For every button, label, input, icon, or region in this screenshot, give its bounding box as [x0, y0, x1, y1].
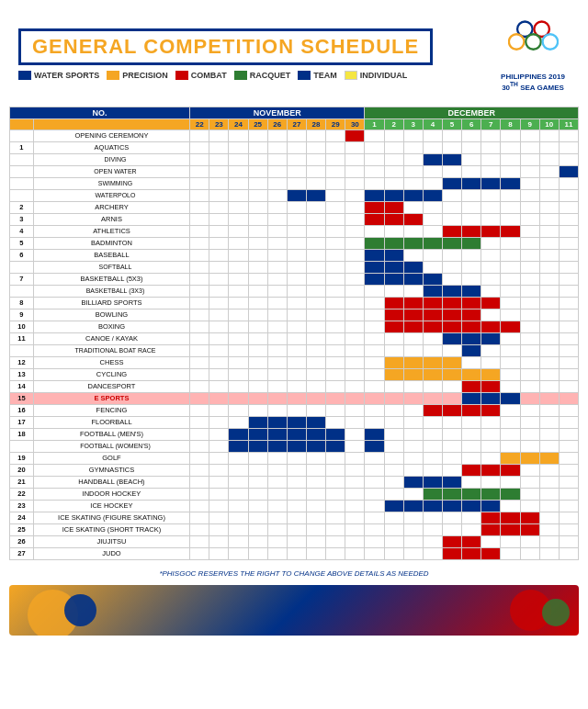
schedule-cell — [539, 177, 559, 189]
schedule-cell — [229, 249, 248, 261]
schedule-cell — [287, 309, 306, 321]
schedule-cell — [462, 332, 481, 344]
schedule-cell — [306, 380, 325, 392]
schedule-cell — [326, 416, 345, 428]
schedule-cell — [306, 488, 325, 500]
schedule-cell — [365, 297, 384, 309]
schedule-cell — [559, 464, 578, 476]
sport-name: ICE HOCKEY — [33, 500, 189, 512]
schedule-cell — [559, 177, 578, 189]
schedule-cell — [520, 416, 539, 428]
schedule-cell — [520, 332, 539, 344]
schedule-cell — [326, 309, 345, 321]
schedule-cell — [384, 464, 403, 476]
schedule-cell — [403, 285, 423, 297]
schedule-cell — [267, 428, 287, 440]
table-row: 22INDOOR HOCKEY — [10, 488, 579, 500]
table-row: TRADITIONAL BOAT RACE — [10, 344, 579, 356]
schedule-cell — [365, 535, 384, 547]
schedule-cell — [423, 356, 442, 368]
schedule-cell — [384, 512, 403, 523]
table-row: 14DANCESPORT — [10, 380, 579, 392]
schedule-cell — [248, 356, 267, 368]
schedule-cell — [501, 237, 520, 249]
schedule-cell — [423, 237, 442, 249]
schedule-cell — [501, 344, 520, 356]
schedule-cell — [209, 201, 229, 213]
schedule-cell — [248, 321, 267, 332]
schedule-cell — [520, 368, 539, 380]
schedule-cell — [559, 500, 578, 512]
schedule-cell — [365, 428, 384, 440]
schedule-cell — [559, 321, 578, 332]
schedule-cell — [559, 297, 578, 309]
schedule-cell — [229, 547, 248, 559]
schedule-cell — [462, 141, 481, 153]
schedule-cell — [209, 189, 229, 201]
schedule-cell — [248, 535, 267, 547]
schedule-cell — [384, 297, 403, 309]
schedule-cell — [403, 404, 423, 416]
schedule-cell — [326, 344, 345, 356]
schedule-cell — [326, 440, 345, 452]
schedule-cell — [501, 261, 520, 273]
schedule-cell — [326, 356, 345, 368]
schedule-cell — [248, 452, 267, 464]
schedule-cell — [520, 488, 539, 500]
schedule-cell — [365, 261, 384, 273]
schedule-cell — [229, 201, 248, 213]
schedule-cell — [209, 404, 229, 416]
schedule-cell — [384, 201, 403, 213]
schedule-cell — [190, 249, 209, 261]
schedule-cell — [520, 356, 539, 368]
schedule-cell — [539, 488, 559, 500]
schedule-cell — [209, 428, 229, 440]
schedule-cell — [481, 309, 501, 321]
schedule-cell — [229, 165, 248, 177]
day-header-blank-sport — [33, 118, 189, 129]
table-row: DIVING — [10, 153, 579, 165]
schedule-cell — [365, 344, 384, 356]
schedule-cell — [501, 440, 520, 452]
no-header: NO. — [10, 107, 190, 118]
schedule-cell — [287, 177, 306, 189]
schedule-cell — [287, 535, 306, 547]
schedule-cell — [442, 213, 461, 225]
schedule-cell — [403, 189, 423, 201]
schedule-cell — [365, 237, 384, 249]
schedule-cell — [248, 547, 267, 559]
schedule-cell — [423, 309, 442, 321]
schedule-cell — [442, 440, 461, 452]
schedule-cell — [248, 440, 267, 452]
schedule-cell — [287, 237, 306, 249]
schedule-cell — [481, 237, 501, 249]
schedule-cell — [345, 547, 365, 559]
schedule-cell — [365, 273, 384, 285]
schedule-cell — [559, 523, 578, 535]
schedule-cell — [345, 165, 365, 177]
schedule-cell — [209, 523, 229, 535]
schedule-cell — [462, 404, 481, 416]
schedule-cell — [520, 464, 539, 476]
table-row: 8BILLIARD SPORTS — [10, 297, 579, 309]
schedule-cell — [190, 129, 209, 141]
schedule-cell — [520, 344, 539, 356]
schedule-cell — [403, 512, 423, 523]
schedule-cell — [442, 153, 461, 165]
schedule-cell — [442, 547, 461, 559]
schedule-cell — [481, 404, 501, 416]
sport-number — [10, 261, 34, 273]
schedule-cell — [267, 153, 287, 165]
schedule-cell — [267, 321, 287, 332]
sport-number: 6 — [10, 249, 34, 261]
schedule-cell — [267, 165, 287, 177]
schedule-cell — [520, 440, 539, 452]
schedule-cell — [248, 249, 267, 261]
schedule-cell — [403, 500, 423, 512]
dec-day-header: 1 — [365, 118, 384, 129]
schedule-cell — [442, 129, 461, 141]
schedule-cell — [384, 129, 403, 141]
sport-name: INDOOR HOCKEY — [33, 488, 189, 500]
bottom-banner — [9, 585, 579, 636]
schedule-cell — [403, 309, 423, 321]
